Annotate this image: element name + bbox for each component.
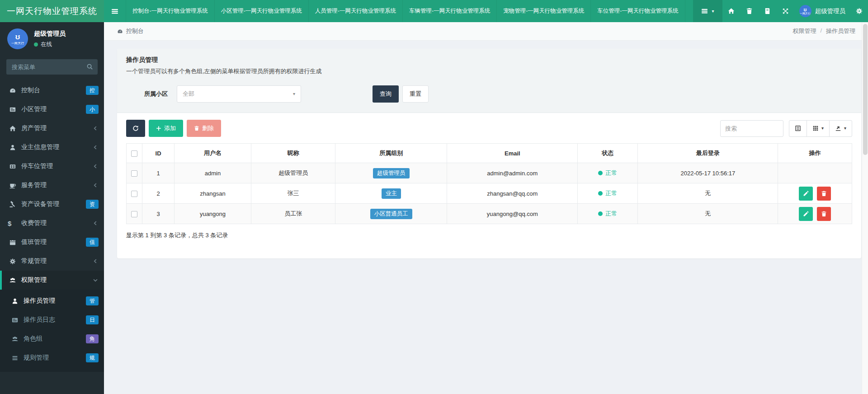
header-id[interactable]: ID bbox=[142, 144, 175, 163]
detail-view-icon bbox=[795, 125, 801, 131]
menu-search-input[interactable] bbox=[6, 59, 98, 75]
sidebar-item-owner-info[interactable]: 业主信息管理 bbox=[0, 138, 104, 157]
user-icon bbox=[10, 298, 20, 305]
header-username[interactable]: 用户名 bbox=[174, 144, 251, 163]
delete-button[interactable]: 删除 bbox=[187, 120, 221, 137]
header-last-login[interactable]: 最后登录 bbox=[638, 144, 778, 163]
sidebar-item-duty[interactable]: 值班管理 值 bbox=[0, 233, 104, 252]
cell-email: zhangsan@qq.com bbox=[447, 183, 578, 204]
tab-parking[interactable]: 车位管理-一网天行物业管理系统 bbox=[590, 0, 685, 22]
permissions-submenu: 操作员管理 管 操作员日志 日 角色组 角 规则管理 规 bbox=[0, 290, 104, 372]
cogs-icon bbox=[8, 258, 18, 265]
tab-list-dropdown-button[interactable]: ▾ bbox=[693, 0, 722, 22]
edit-row-button[interactable] bbox=[799, 187, 813, 201]
export-button[interactable]: ▾ bbox=[829, 120, 852, 137]
sidebar-item-label: 值班管理 bbox=[21, 238, 86, 246]
sidebar-subitem-rules[interactable]: 规则管理 规 bbox=[0, 348, 104, 367]
sidebar-item-general[interactable]: 常规管理 bbox=[0, 252, 104, 271]
users-icon bbox=[10, 336, 20, 342]
cell-last-login: 无 bbox=[638, 204, 778, 224]
refresh-button[interactable] bbox=[126, 120, 145, 137]
online-dot bbox=[34, 42, 38, 47]
table-search-input[interactable] bbox=[720, 120, 783, 137]
delete-row-button[interactable] bbox=[817, 187, 831, 201]
panel-heading: 操作员管理 一个管理员可以有多个角色组,左侧的菜单根据管理员所拥有的权限进行生成… bbox=[117, 49, 861, 113]
caret-down-icon: ▾ bbox=[821, 126, 824, 131]
chevron-left-icon bbox=[92, 125, 99, 131]
gavel-icon bbox=[8, 201, 18, 208]
header-email[interactable]: Email bbox=[447, 144, 578, 163]
table-row[interactable]: 2 zhangsan 张三 业主 zhangsan@qq.com 正常 无 bbox=[127, 183, 852, 204]
sidebar-item-parking[interactable]: 停车位管理 bbox=[0, 157, 104, 176]
log-button[interactable] bbox=[759, 0, 777, 22]
tab-vehicle[interactable]: 车辆管理-一网天行物业管理系统 bbox=[402, 0, 496, 22]
settings-button[interactable] bbox=[850, 0, 868, 22]
select-all-checkbox[interactable] bbox=[131, 150, 137, 157]
sidebar-item-console[interactable]: 控制台 控 bbox=[0, 81, 104, 100]
cell-id: 1 bbox=[142, 163, 175, 183]
sidebar-item-permissions[interactable]: 权限管理 bbox=[0, 271, 104, 290]
columns-button[interactable]: ▾ bbox=[807, 120, 830, 137]
status-badge: 正常 bbox=[598, 189, 617, 197]
top-navbar: 一网天行物业管理系统 控制台-一网天行物业管理系统 小区管理-一网天行物业管理系… bbox=[0, 0, 868, 22]
user-menu[interactable]: ʊ 一网天行 超级管理员 bbox=[795, 5, 850, 17]
table-row[interactable]: 3 yuangong 员工张 小区普通员工 yuangong@qq.com 正常… bbox=[127, 204, 852, 224]
sidebar-item-fees[interactable]: $ 收费管理 bbox=[0, 214, 104, 233]
community-select-value: 全部 bbox=[183, 90, 194, 98]
breadcrumb-parent[interactable]: 权限管理 bbox=[793, 27, 816, 35]
table-row[interactable]: 1 admin 超级管理员 超级管理员 admin@admin.com 正常 2… bbox=[127, 163, 852, 183]
scrollbar[interactable] bbox=[862, 22, 868, 394]
row-checkbox[interactable] bbox=[131, 191, 137, 197]
sidebar-subitem-operator-logs[interactable]: 操作员日志 日 bbox=[0, 310, 104, 329]
main-content: 控制台 权限管理 / 操作员管理 操作员管理 一个管理员可以有多个角色组,左侧的… bbox=[104, 22, 868, 394]
breadcrumb-bar: 控制台 权限管理 / 操作员管理 bbox=[104, 22, 868, 41]
sidebar-item-community[interactable]: 小区管理 小 bbox=[0, 100, 104, 119]
header-status[interactable]: 状态 bbox=[578, 144, 638, 163]
tab-personnel[interactable]: 人员管理-一网天行物业管理系统 bbox=[308, 0, 402, 22]
status-label: 正常 bbox=[605, 210, 617, 218]
edit-row-button[interactable] bbox=[799, 207, 813, 221]
reset-button[interactable]: 重置 bbox=[402, 85, 429, 103]
tab-pet[interactable]: 宠物管理-一网天行物业管理系统 bbox=[496, 0, 590, 22]
sidebar-item-service[interactable]: 服务管理 bbox=[0, 176, 104, 195]
detail-view-button[interactable] bbox=[789, 120, 807, 137]
delete-row-button[interactable] bbox=[817, 207, 831, 221]
menu-badge: 值 bbox=[86, 238, 99, 246]
hamburger-icon bbox=[111, 8, 118, 15]
row-checkbox[interactable] bbox=[131, 170, 137, 177]
status-dot bbox=[598, 171, 603, 175]
chevron-left-icon bbox=[92, 182, 99, 188]
header-group[interactable]: 所属组别 bbox=[335, 144, 447, 163]
tab-console[interactable]: 控制台-一网天行物业管理系统 bbox=[126, 0, 214, 22]
caret-down-icon: ▾ bbox=[712, 9, 714, 14]
query-button[interactable]: 查询 bbox=[373, 85, 399, 103]
gears-icon bbox=[856, 8, 863, 14]
tab-community[interactable]: 小区管理-一网天行物业管理系统 bbox=[214, 0, 308, 22]
sidebar-user-name: 超级管理员 bbox=[34, 30, 66, 38]
status-dot bbox=[598, 211, 603, 216]
home-icon bbox=[728, 8, 735, 14]
export-icon bbox=[835, 125, 841, 131]
status-badge: 正常 bbox=[598, 210, 617, 218]
breadcrumb-left-label[interactable]: 控制台 bbox=[126, 27, 144, 35]
fullscreen-button[interactable] bbox=[777, 0, 795, 22]
avatar-text: 一网天行 bbox=[800, 12, 811, 15]
sidebar-item-property[interactable]: 房产管理 bbox=[0, 119, 104, 138]
header-nickname[interactable]: 昵称 bbox=[251, 144, 335, 163]
breadcrumb-right: 权限管理 / 操作员管理 bbox=[793, 27, 855, 35]
clear-cache-button[interactable] bbox=[741, 0, 759, 22]
home-button[interactable] bbox=[722, 0, 741, 22]
cell-last-login: 无 bbox=[638, 183, 778, 204]
add-button[interactable]: 添加 bbox=[149, 120, 183, 137]
list-icon bbox=[10, 355, 20, 361]
sidebar-subitem-operators[interactable]: 操作员管理 管 bbox=[0, 291, 104, 310]
row-checkbox[interactable] bbox=[131, 211, 137, 217]
gauge-icon bbox=[117, 28, 123, 34]
breadcrumb: 控制台 bbox=[117, 27, 144, 35]
scrollbar-thumb[interactable] bbox=[863, 24, 868, 155]
sidebar-toggle-button[interactable] bbox=[104, 0, 126, 22]
sidebar-item-assets[interactable]: 资产设备管理 资 bbox=[0, 195, 104, 214]
sidebar-item-label: 角色组 bbox=[24, 335, 86, 343]
community-select[interactable]: 全部 ▾ bbox=[177, 85, 301, 103]
sidebar-subitem-role-groups[interactable]: 角色组 角 bbox=[0, 329, 104, 348]
